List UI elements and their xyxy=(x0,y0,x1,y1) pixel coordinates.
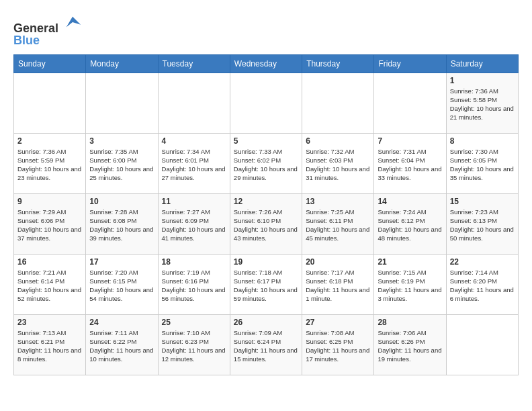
day-info: Sunrise: 7:13 AM Sunset: 6:21 PM Dayligh… xyxy=(17,328,82,364)
day-number: 26 xyxy=(234,318,298,327)
day-info: Sunrise: 7:36 AM Sunset: 5:59 PM Dayligh… xyxy=(17,147,82,183)
calendar-cell: 9Sunrise: 7:29 AM Sunset: 6:06 PM Daylig… xyxy=(14,193,86,254)
day-number: 4 xyxy=(162,136,226,146)
day-info: Sunrise: 7:14 AM Sunset: 6:20 PM Dayligh… xyxy=(450,268,515,304)
day-info: Sunrise: 7:06 AM Sunset: 6:26 PM Dayligh… xyxy=(378,328,442,364)
day-number: 12 xyxy=(234,197,298,206)
calendar-cell: 16Sunrise: 7:21 AM Sunset: 6:14 PM Dayli… xyxy=(14,254,86,314)
day-number: 9 xyxy=(17,197,82,206)
day-info: Sunrise: 7:18 AM Sunset: 6:17 PM Dayligh… xyxy=(234,268,298,304)
day-number: 10 xyxy=(89,197,154,206)
calendar-week-row: 9Sunrise: 7:29 AM Sunset: 6:06 PM Daylig… xyxy=(14,193,519,254)
page-header: General Blue xyxy=(13,13,519,48)
day-info: Sunrise: 7:21 AM Sunset: 6:14 PM Dayligh… xyxy=(17,268,82,304)
calendar-cell: 25Sunrise: 7:10 AM Sunset: 6:23 PM Dayli… xyxy=(158,314,230,375)
calendar-cell xyxy=(14,73,86,133)
calendar-cell xyxy=(86,73,158,133)
calendar-cell: 23Sunrise: 7:13 AM Sunset: 6:21 PM Dayli… xyxy=(14,314,86,375)
day-number: 8 xyxy=(450,136,515,146)
day-number: 7 xyxy=(378,136,442,146)
svg-marker-0 xyxy=(66,17,81,28)
day-info: Sunrise: 7:20 AM Sunset: 6:15 PM Dayligh… xyxy=(89,268,154,304)
day-number: 22 xyxy=(450,257,515,267)
day-number: 14 xyxy=(378,197,442,206)
logo-blue: Blue xyxy=(13,34,40,47)
day-info: Sunrise: 7:34 AM Sunset: 6:01 PM Dayligh… xyxy=(162,147,226,183)
day-number: 23 xyxy=(17,318,82,327)
calendar-cell: 27Sunrise: 7:08 AM Sunset: 6:25 PM Dayli… xyxy=(302,314,374,375)
day-number: 17 xyxy=(89,257,154,267)
day-number: 6 xyxy=(306,136,370,146)
logo: General Blue xyxy=(13,13,82,48)
day-info: Sunrise: 7:25 AM Sunset: 6:11 PM Dayligh… xyxy=(306,208,370,243)
day-info: Sunrise: 7:35 AM Sunset: 6:00 PM Dayligh… xyxy=(89,147,154,183)
calendar-cell: 19Sunrise: 7:18 AM Sunset: 6:17 PM Dayli… xyxy=(230,254,302,314)
day-info: Sunrise: 7:15 AM Sunset: 6:19 PM Dayligh… xyxy=(378,268,442,304)
day-info: Sunrise: 7:11 AM Sunset: 6:22 PM Dayligh… xyxy=(89,328,154,364)
calendar-cell: 22Sunrise: 7:14 AM Sunset: 6:20 PM Dayli… xyxy=(446,254,518,314)
day-number: 11 xyxy=(162,197,226,206)
calendar-week-row: 23Sunrise: 7:13 AM Sunset: 6:21 PM Dayli… xyxy=(14,314,519,375)
day-number: 1 xyxy=(450,76,515,85)
logo-bird-icon xyxy=(63,13,82,32)
calendar-cell: 3Sunrise: 7:35 AM Sunset: 6:00 PM Daylig… xyxy=(86,133,158,193)
day-number: 21 xyxy=(378,257,442,267)
day-info: Sunrise: 7:30 AM Sunset: 6:05 PM Dayligh… xyxy=(450,147,515,183)
calendar-cell: 6Sunrise: 7:32 AM Sunset: 6:03 PM Daylig… xyxy=(302,133,374,193)
weekday-header: Friday xyxy=(374,54,446,73)
day-number: 28 xyxy=(378,318,442,327)
calendar-cell xyxy=(230,73,302,133)
day-number: 25 xyxy=(162,318,226,327)
calendar-cell xyxy=(302,73,374,133)
calendar-cell: 8Sunrise: 7:30 AM Sunset: 6:05 PM Daylig… xyxy=(446,133,518,193)
day-number: 20 xyxy=(306,257,370,267)
calendar-cell: 28Sunrise: 7:06 AM Sunset: 6:26 PM Dayli… xyxy=(374,314,446,375)
calendar-cell: 10Sunrise: 7:28 AM Sunset: 6:08 PM Dayli… xyxy=(86,193,158,254)
calendar-cell: 21Sunrise: 7:15 AM Sunset: 6:19 PM Dayli… xyxy=(374,254,446,314)
calendar-cell: 7Sunrise: 7:31 AM Sunset: 6:04 PM Daylig… xyxy=(374,133,446,193)
day-number: 13 xyxy=(306,197,370,206)
calendar-cell xyxy=(446,314,518,375)
calendar-cell: 1Sunrise: 7:36 AM Sunset: 5:58 PM Daylig… xyxy=(446,73,518,133)
day-info: Sunrise: 7:29 AM Sunset: 6:06 PM Dayligh… xyxy=(17,208,82,243)
day-info: Sunrise: 7:19 AM Sunset: 6:16 PM Dayligh… xyxy=(162,268,226,304)
calendar-week-row: 1Sunrise: 7:36 AM Sunset: 5:58 PM Daylig… xyxy=(14,73,519,133)
day-number: 2 xyxy=(17,136,82,146)
weekday-header: Thursday xyxy=(302,54,374,73)
day-number: 3 xyxy=(89,136,154,146)
calendar-cell: 12Sunrise: 7:26 AM Sunset: 6:10 PM Dayli… xyxy=(230,193,302,254)
day-info: Sunrise: 7:32 AM Sunset: 6:03 PM Dayligh… xyxy=(306,147,370,183)
calendar-cell: 4Sunrise: 7:34 AM Sunset: 6:01 PM Daylig… xyxy=(158,133,230,193)
day-info: Sunrise: 7:31 AM Sunset: 6:04 PM Dayligh… xyxy=(378,147,442,183)
weekday-header: Monday xyxy=(86,54,158,73)
day-number: 16 xyxy=(17,257,82,267)
calendar-cell: 18Sunrise: 7:19 AM Sunset: 6:16 PM Dayli… xyxy=(158,254,230,314)
calendar-cell: 2Sunrise: 7:36 AM Sunset: 5:59 PM Daylig… xyxy=(14,133,86,193)
calendar-cell: 5Sunrise: 7:33 AM Sunset: 6:02 PM Daylig… xyxy=(230,133,302,193)
day-info: Sunrise: 7:09 AM Sunset: 6:24 PM Dayligh… xyxy=(234,328,298,364)
calendar-cell xyxy=(158,73,230,133)
day-number: 5 xyxy=(234,136,298,146)
calendar-cell xyxy=(374,73,446,133)
calendar-cell: 13Sunrise: 7:25 AM Sunset: 6:11 PM Dayli… xyxy=(302,193,374,254)
day-info: Sunrise: 7:27 AM Sunset: 6:09 PM Dayligh… xyxy=(162,208,226,243)
day-info: Sunrise: 7:33 AM Sunset: 6:02 PM Dayligh… xyxy=(234,147,298,183)
day-number: 27 xyxy=(306,318,370,327)
calendar-cell: 17Sunrise: 7:20 AM Sunset: 6:15 PM Dayli… xyxy=(86,254,158,314)
calendar-cell: 24Sunrise: 7:11 AM Sunset: 6:22 PM Dayli… xyxy=(86,314,158,375)
day-info: Sunrise: 7:26 AM Sunset: 6:10 PM Dayligh… xyxy=(234,208,298,243)
day-number: 24 xyxy=(89,318,154,327)
day-number: 15 xyxy=(450,197,515,206)
calendar-header: SundayMondayTuesdayWednesdayThursdayFrid… xyxy=(14,54,519,73)
weekday-header: Sunday xyxy=(14,54,86,73)
calendar-week-row: 16Sunrise: 7:21 AM Sunset: 6:14 PM Dayli… xyxy=(14,254,519,314)
day-number: 18 xyxy=(162,257,226,267)
calendar-cell: 15Sunrise: 7:23 AM Sunset: 6:13 PM Dayli… xyxy=(446,193,518,254)
calendar-cell: 14Sunrise: 7:24 AM Sunset: 6:12 PM Dayli… xyxy=(374,193,446,254)
calendar-cell: 20Sunrise: 7:17 AM Sunset: 6:18 PM Dayli… xyxy=(302,254,374,314)
day-info: Sunrise: 7:08 AM Sunset: 6:25 PM Dayligh… xyxy=(306,328,370,364)
weekday-header: Saturday xyxy=(446,54,518,73)
calendar-table: SundayMondayTuesdayWednesdayThursdayFrid… xyxy=(13,54,519,375)
day-info: Sunrise: 7:10 AM Sunset: 6:23 PM Dayligh… xyxy=(162,328,226,364)
day-info: Sunrise: 7:28 AM Sunset: 6:08 PM Dayligh… xyxy=(89,208,154,243)
